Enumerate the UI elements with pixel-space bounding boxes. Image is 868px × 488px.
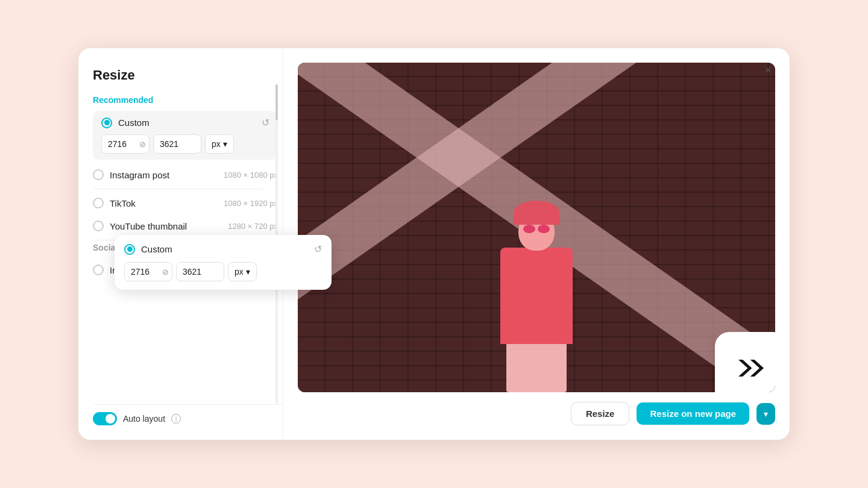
floating-unit-select[interactable]: px ▾: [228, 262, 257, 281]
recommended-section-label: Recommended: [93, 95, 278, 105]
instagram-sub-radio[interactable]: [93, 264, 104, 275]
auto-layout-row: Auto layout i: [93, 404, 283, 425]
scrollbar-thumb[interactable]: [275, 84, 278, 120]
unit-chevron: ▾: [223, 139, 227, 149]
reset-icon[interactable]: ↺: [262, 117, 269, 128]
floating-width-input[interactable]: [131, 267, 160, 277]
floating-custom-header: Custom ↺: [124, 243, 322, 255]
youtube-option-size: 1280 × 720 px: [228, 222, 278, 231]
floating-link-icon: ⊘: [162, 267, 169, 277]
custom-radio[interactable]: [101, 117, 112, 128]
tiktok-radio[interactable]: [93, 198, 104, 208]
divider-1: [93, 189, 263, 189]
floating-unit-chevron: ▾: [246, 267, 250, 277]
custom-row-header-left: Custom: [101, 117, 149, 128]
panel-title: Resize: [93, 67, 283, 83]
tiktok-row[interactable]: TikTok 1080 × 1920 px: [93, 192, 278, 214]
resize-new-page-dropdown[interactable]: ▾: [756, 403, 775, 425]
instagram-row-inner: Instagram post: [93, 169, 169, 180]
image-area: [298, 63, 775, 392]
photo-background: [298, 63, 775, 392]
instagram-option-name: Instagram post: [110, 170, 169, 180]
auto-layout-toggle[interactable]: [93, 412, 117, 425]
floating-custom-box: Custom ↺ ⊘ px ▾: [115, 235, 332, 290]
floating-custom-radio[interactable]: [124, 244, 135, 255]
unit-select[interactable]: px ▾: [205, 134, 234, 154]
custom-row-header: Custom ↺: [101, 117, 269, 128]
resize-new-page-button[interactable]: Resize on new page: [637, 402, 749, 425]
capcut-logo: [715, 332, 775, 392]
capcut-logo-svg: [730, 347, 772, 389]
link-icon: ⊘: [139, 140, 146, 149]
person-legs: [506, 344, 567, 392]
floating-width-wrapper: ⊘: [124, 262, 172, 281]
custom-option-row[interactable]: Custom ↺ ⊘ px ▾: [93, 111, 278, 160]
resize-new-page-label: Resize on new page: [650, 408, 736, 419]
instagram-option-size: 1080 × 1080 px: [224, 170, 278, 180]
tiktok-option-size: 1080 × 1920 px: [224, 199, 278, 208]
floating-unit-label: px: [234, 267, 244, 277]
tiktok-option-name: TikTok: [110, 198, 136, 208]
width-input-wrapper: ⊘: [101, 134, 149, 154]
person-head: [518, 211, 555, 251]
figure: [476, 211, 597, 392]
floating-reset-icon[interactable]: ↺: [314, 243, 322, 255]
floating-height-input[interactable]: [183, 267, 212, 277]
height-input[interactable]: [160, 139, 189, 149]
glasses: [523, 225, 550, 233]
action-bar: Resize Resize on new page ▾: [298, 392, 775, 425]
height-input-wrapper: [153, 134, 201, 154]
instagram-radio[interactable]: [93, 169, 104, 180]
glass-right: [538, 225, 550, 233]
dimension-inputs: ⊘ px ▾: [101, 134, 269, 154]
close-button[interactable]: ×: [758, 60, 778, 80]
youtube-row-inner: YouTube thumbnail: [93, 221, 187, 231]
auto-layout-label: Auto layout: [123, 414, 165, 424]
width-input[interactable]: [108, 139, 137, 149]
youtube-thumbnail-row[interactable]: YouTube thumbnail 1280 × 720 px: [93, 214, 278, 237]
resize-modal: Resize Recommended Custom ↺ ⊘: [78, 48, 790, 440]
floating-custom-name: Custom: [141, 244, 172, 254]
unit-label: px: [212, 139, 221, 149]
instagram-post-row[interactable]: Instagram post 1080 × 1080 px: [93, 163, 278, 186]
youtube-option-name: YouTube thumbnail: [110, 221, 187, 231]
floating-dimension-inputs: ⊘ px ▾: [124, 262, 322, 281]
glass-left: [523, 225, 535, 233]
youtube-radio[interactable]: [93, 221, 104, 231]
person-torso: [500, 248, 573, 344]
custom-option-name: Custom: [118, 117, 149, 128]
right-panel: ×: [283, 48, 790, 440]
resize-button[interactable]: Resize: [571, 402, 630, 425]
floating-height-wrapper: [176, 262, 224, 281]
info-icon[interactable]: i: [171, 414, 181, 424]
floating-custom-left: Custom: [124, 244, 172, 255]
tiktok-row-inner: TikTok: [93, 198, 136, 208]
